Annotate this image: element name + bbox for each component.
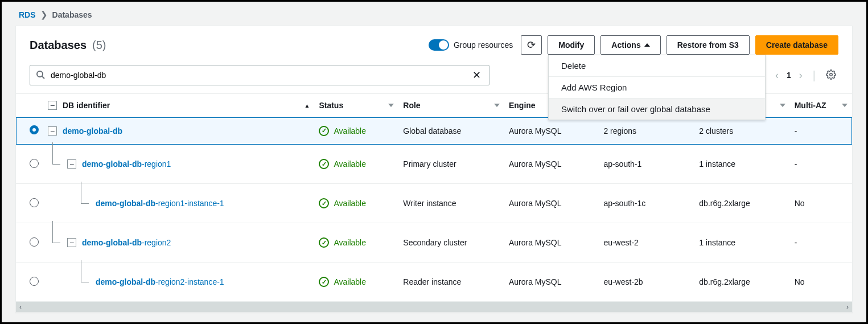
panel-header: Databases (5) Group resources ⟳ Modify A… [16,26,852,60]
divider: | [813,69,816,82]
status-badge: ✓Available [319,126,394,136]
cell-size: db.r6g.2xlarge [694,263,789,302]
cell-role: Global database [398,117,504,145]
page-title: Databases [30,39,87,52]
group-resources-toggle[interactable]: Group resources [429,39,513,51]
row-radio[interactable] [30,198,39,207]
search-icon [36,70,45,81]
databases-table: − DB identifier ▲ Status Role Engine Reg… [16,93,852,302]
resource-count: (5) [92,39,106,52]
next-page-button[interactable]: › [797,67,805,84]
collapse-all-icon[interactable]: − [48,101,57,110]
status-badge: ✓Available [319,237,394,248]
pagination: ‹ 1 › [773,67,805,84]
cell-region: eu-west-2b [599,263,694,302]
action-delete[interactable]: Delete [549,55,765,77]
cell-maz: - [790,117,852,145]
page-number: 1 [787,71,791,80]
scroll-left-icon: ‹ [19,303,22,311]
cell-size: 2 clusters [694,117,789,145]
cell-engine: Aurora MySQL [504,263,599,302]
cell-size: 1 instance [694,223,789,263]
filter-icon [388,104,394,107]
cell-role: Primary cluster [398,145,504,184]
breadcrumb-current: Databases [52,10,92,19]
breadcrumb-root[interactable]: RDS [19,10,36,19]
row-radio[interactable] [30,237,39,247]
actions-dropdown: Delete Add AWS Region Switch over or fai… [548,55,766,120]
row-radio[interactable] [30,277,39,286]
table-row[interactable]: demo-global-db-region2-instance-1✓Availa… [16,263,852,302]
cell-maz: No [790,184,852,223]
status-badge: ✓Available [319,159,394,169]
col-status[interactable]: Status [314,94,398,117]
cell-maz: - [790,223,852,263]
cell-role: Reader instance [398,263,504,302]
group-resources-label: Group resources [454,40,513,50]
filter-icon [842,104,848,107]
cell-size: 1 instance [694,145,789,184]
databases-panel: Databases (5) Group resources ⟳ Modify A… [15,26,853,313]
cell-role: Writer instance [398,184,504,223]
status-badge: ✓Available [319,277,394,287]
action-add-aws-region[interactable]: Add AWS Region [549,77,765,99]
check-circle-icon: ✓ [319,126,329,136]
search-input-wrapper: ✕ [30,65,489,85]
table-row[interactable]: −demo-global-db-region1✓AvailablePrimary… [16,145,852,184]
caret-up-icon [644,43,650,47]
col-db-identifier[interactable]: − DB identifier ▲ [43,94,314,117]
cell-engine: Aurora MySQL [504,117,599,145]
table-row[interactable]: −demo-global-db✓AvailableGlobal database… [16,117,852,145]
db-identifier-link[interactable]: demo-global-db-region2 [82,238,171,247]
row-radio[interactable] [30,125,39,134]
check-circle-icon: ✓ [319,159,329,169]
cell-engine: Aurora MySQL [504,223,599,263]
filter-icon [494,104,500,107]
search-input[interactable] [50,70,466,80]
db-identifier-link[interactable]: demo-global-db-region2-instance-1 [96,277,224,286]
cell-engine: Aurora MySQL [504,145,599,184]
actions-label: Actions [611,40,640,50]
clear-search-icon[interactable]: ✕ [470,67,483,84]
cell-maz: No [790,263,852,302]
cell-engine: Aurora MySQL [504,184,599,223]
refresh-icon: ⟳ [527,39,536,51]
check-circle-icon: ✓ [319,277,329,287]
modify-button[interactable]: Modify [548,35,595,55]
breadcrumb: RDS ❯ Databases [2,2,866,26]
db-identifier-link[interactable]: demo-global-db-region1 [82,159,171,169]
create-database-button[interactable]: Create database [755,35,838,55]
cell-role: Secondary cluster [398,223,504,263]
settings-button[interactable] [824,67,838,84]
sort-asc-icon: ▲ [305,102,310,109]
status-badge: ✓Available [319,198,394,208]
horizontal-scrollbar[interactable]: ‹ › [16,302,852,312]
svg-point-2 [830,73,833,76]
check-circle-icon: ✓ [319,198,329,208]
table-row[interactable]: −demo-global-db-region2✓AvailableSeconda… [16,223,852,263]
toggle-on-icon [429,39,449,51]
collapse-icon[interactable]: − [48,126,57,136]
col-role[interactable]: Role [398,94,504,117]
prev-page-button[interactable]: ‹ [773,67,781,84]
cell-maz: - [790,145,852,184]
restore-from-s3-button[interactable]: Restore from S3 [667,35,750,55]
db-identifier-link[interactable]: demo-global-db [63,126,122,136]
check-circle-icon: ✓ [319,237,329,248]
action-switchover-global-db[interactable]: Switch over or fail over global database [549,99,765,120]
cell-region: 2 regions [599,117,694,145]
chevron-right-icon: ❯ [40,10,48,20]
scroll-right-icon: › [846,303,849,311]
col-multi-az[interactable]: Multi-AZ [790,94,852,117]
db-identifier-link[interactable]: demo-global-db-region1-instance-1 [96,199,224,208]
refresh-button[interactable]: ⟳ [521,35,542,55]
table-row[interactable]: demo-global-db-region1-instance-1✓Availa… [16,184,852,223]
filter-icon [780,104,785,107]
collapse-icon[interactable]: − [67,159,76,169]
svg-point-0 [37,71,43,77]
actions-button[interactable]: Actions [600,35,660,55]
collapse-icon[interactable]: − [67,238,76,247]
row-radio[interactable] [30,159,39,168]
cell-region: eu-west-2 [599,223,694,263]
svg-line-1 [42,76,44,79]
